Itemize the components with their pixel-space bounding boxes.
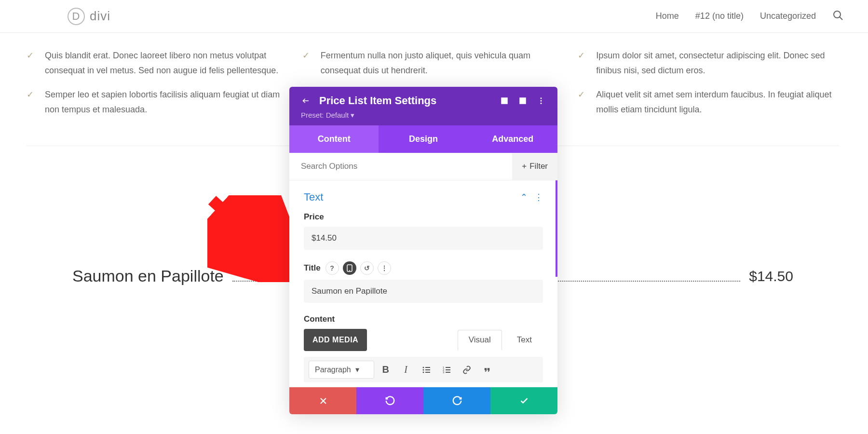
price-input[interactable]	[304, 227, 543, 250]
svg-point-4	[504, 100, 505, 102]
price-item-title: Saumon en Papillote	[72, 267, 224, 285]
logo-text: divi	[90, 9, 110, 24]
editor-tab-text[interactable]: Text	[506, 330, 543, 350]
modal-title: Price List Item Settings	[319, 95, 491, 107]
feature-text: Ipsum dolor sit amet, consectetur adipis…	[596, 48, 839, 78]
svg-line-2	[212, 200, 270, 253]
list-item: ✓ Fermentum nulla non justo aliquet, qui…	[302, 48, 564, 78]
site-header: D divi Home #12 (no title) Uncategorized	[0, 0, 868, 33]
svg-point-7	[541, 97, 542, 99]
title-label-text: Title	[304, 263, 321, 273]
settings-panel: Text ⌃ ⋮ Price Title ? ↺ ⋮ Content ADD M…	[289, 180, 557, 387]
search-row: + Filter	[289, 153, 557, 180]
svg-point-0	[834, 11, 841, 18]
collapse-icon[interactable]: ⌃	[520, 192, 528, 203]
redo-button[interactable]	[423, 387, 490, 414]
editor-tab-visual[interactable]: Visual	[458, 330, 502, 350]
annotation-arrow	[207, 195, 294, 284]
check-icon: ✓	[302, 50, 312, 78]
modal-footer	[289, 387, 557, 414]
check-icon: ✓	[27, 89, 36, 117]
title-input[interactable]	[304, 280, 543, 303]
list-item: ✓ Aliquet velit sit amet sem interdum fa…	[578, 87, 839, 117]
svg-point-11	[349, 270, 350, 271]
scrollbar[interactable]	[556, 180, 557, 277]
svg-text:3: 3	[443, 371, 445, 374]
svg-line-1	[840, 17, 842, 20]
feature-text: Semper leo et sapien lobortis facilisis …	[45, 87, 288, 117]
quote-button[interactable]	[478, 361, 496, 379]
svg-rect-19	[446, 367, 450, 368]
link-button[interactable]	[458, 361, 475, 379]
wysiwyg-toolbar: Paragraph ▾ B I 123	[304, 357, 543, 382]
editor-mode-tabs: Visual Text	[458, 330, 543, 350]
italic-button[interactable]: I	[397, 361, 415, 379]
svg-point-12	[422, 366, 424, 368]
search-icon[interactable]	[832, 10, 844, 23]
numbered-list-button[interactable]: 123	[438, 361, 455, 379]
section-header[interactable]: Text ⌃ ⋮	[304, 191, 543, 203]
undo-button[interactable]	[356, 387, 423, 414]
svg-point-9	[541, 103, 542, 104]
feature-col-3: ✓ Ipsum dolor sit amet, consectetur adip…	[578, 48, 839, 126]
svg-rect-15	[425, 369, 430, 370]
format-select[interactable]: Paragraph ▾	[309, 361, 374, 379]
section-controls: ⌃ ⋮	[520, 192, 543, 203]
check-icon: ✓	[578, 89, 587, 117]
add-media-button[interactable]: ADD MEDIA	[304, 329, 367, 351]
settings-modal: Price List Item Settings Preset: Default…	[289, 87, 557, 414]
responsive-icon[interactable]	[343, 261, 356, 275]
nav-item-12[interactable]: #12 (no title)	[695, 11, 744, 21]
modal-tabs: Content Design Advanced	[289, 125, 557, 153]
feature-col-1: ✓ Quis blandit erat. Donec laoreet liber…	[27, 48, 288, 126]
content-label: Content	[304, 314, 543, 324]
title-label: Title ? ↺ ⋮	[304, 261, 543, 275]
search-input[interactable]	[289, 153, 512, 180]
primary-nav: Home #12 (no title) Uncategorized	[656, 10, 844, 23]
feature-text: Aliquet velit sit amet sem interdum fauc…	[596, 87, 839, 117]
logo-icon: D	[68, 8, 85, 25]
svg-rect-21	[446, 369, 450, 370]
save-button[interactable]	[490, 387, 557, 414]
filter-button[interactable]: + Filter	[512, 153, 557, 180]
tab-design[interactable]: Design	[379, 125, 468, 153]
list-item: ✓ Quis blandit erat. Donec laoreet liber…	[27, 48, 288, 78]
check-icon: ✓	[27, 50, 36, 78]
svg-point-16	[422, 371, 424, 373]
list-item: ✓ Semper leo et sapien lobortis facilisi…	[27, 87, 288, 117]
tab-advanced[interactable]: Advanced	[468, 125, 557, 153]
nav-uncategorized[interactable]: Uncategorized	[760, 11, 816, 21]
expand-icon[interactable]	[500, 96, 509, 106]
modal-header[interactable]: Price List Item Settings Preset: Default…	[289, 87, 557, 125]
field-more-icon[interactable]: ⋮	[378, 261, 391, 275]
nav-home[interactable]: Home	[656, 11, 679, 21]
bullet-list-button[interactable]	[418, 361, 435, 379]
svg-point-14	[422, 369, 424, 370]
preset-selector[interactable]: Preset: Default ▾	[301, 111, 546, 120]
svg-point-8	[541, 100, 542, 102]
price-label: Price	[304, 212, 543, 222]
feature-text: Fermentum nulla non justo aliquet, quis …	[321, 48, 564, 78]
more-icon[interactable]	[536, 96, 546, 106]
media-row: ADD MEDIA Visual Text	[304, 329, 543, 351]
plus-icon: +	[522, 162, 527, 171]
snap-icon[interactable]	[518, 96, 528, 106]
reset-icon[interactable]: ↺	[360, 261, 374, 275]
price-item-value: $14.50	[749, 268, 793, 285]
check-icon: ✓	[578, 50, 587, 78]
section-title: Text	[304, 191, 520, 203]
svg-rect-13	[425, 367, 430, 368]
cancel-button[interactable]	[289, 387, 356, 414]
format-value: Paragraph	[315, 366, 351, 374]
filter-label: Filter	[529, 162, 548, 171]
tab-content[interactable]: Content	[289, 125, 379, 153]
svg-rect-23	[446, 372, 450, 373]
help-icon[interactable]: ?	[326, 261, 339, 275]
feature-text: Quis blandit erat. Donec laoreet libero …	[45, 48, 288, 78]
site-logo[interactable]: D divi	[68, 8, 110, 25]
svg-rect-17	[425, 372, 430, 373]
back-icon[interactable]	[301, 96, 311, 106]
section-more-icon[interactable]: ⋮	[534, 192, 543, 203]
bold-button[interactable]: B	[377, 361, 394, 379]
list-item: ✓ Ipsum dolor sit amet, consectetur adip…	[578, 48, 839, 78]
